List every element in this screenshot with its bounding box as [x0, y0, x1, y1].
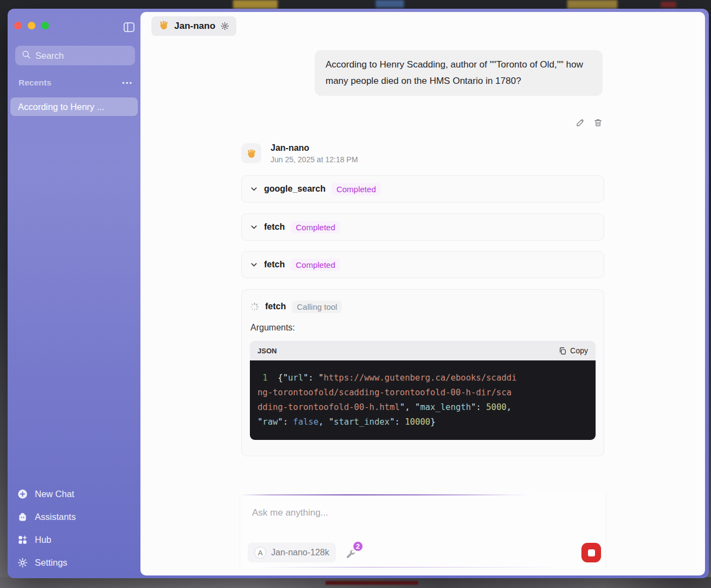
- tool-status-badge: Calling tool: [292, 301, 342, 313]
- recents-header: Recents •••: [19, 78, 133, 88]
- recents-menu-icon[interactable]: •••: [122, 79, 133, 87]
- sidebar-item-assistants[interactable]: Assistants: [8, 507, 140, 526]
- nav-label: Assistants: [35, 512, 76, 522]
- search-placeholder: Search: [35, 51, 64, 61]
- tool-call-card[interactable]: fetch Completed: [241, 213, 604, 241]
- copy-label: Copy: [570, 346, 588, 355]
- plus-circle-icon: [17, 489, 28, 499]
- sidebar: Search Recents ••• According to Henry ..…: [8, 9, 140, 578]
- composer-top-gradient: [240, 494, 605, 495]
- composer-bottom-gradient: [240, 567, 605, 568]
- tool-name: fetch: [264, 260, 285, 270]
- composer: Ask me anything... A Jan-nano-128k 2: [240, 494, 606, 568]
- assistant-message-header: Jan-nano Jun 25, 2025 at 12:18 PM: [241, 143, 358, 164]
- arguments-label: Arguments:: [250, 323, 595, 333]
- tool-status-badge: Completed: [332, 183, 381, 195]
- edit-pencil-icon[interactable]: [575, 118, 585, 127]
- code-language-label: JSON: [258, 347, 277, 355]
- wallpaper-blob: [376, 0, 404, 8]
- tool-call-card[interactable]: fetch Completed: [241, 251, 604, 278]
- wallpaper-blob: [567, 0, 617, 9]
- delete-trash-icon[interactable]: [593, 118, 603, 127]
- sidebar-item-new-chat[interactable]: New Chat: [8, 485, 140, 503]
- minimize-button[interactable]: [28, 22, 35, 29]
- tool-call-card-active: fetch Calling tool Arguments: JSON Copy …: [241, 289, 604, 456]
- tool-status-badge: Completed: [291, 221, 340, 234]
- wallpaper-blob: [326, 581, 418, 585]
- wave-emoji-icon: [158, 20, 169, 33]
- message-timestamp: Jun 25, 2025 at 12:18 PM: [271, 155, 358, 164]
- tools-count-badge: 2: [352, 541, 364, 552]
- message-actions: [575, 118, 603, 127]
- chat-input[interactable]: Ask me anything...: [252, 507, 328, 518]
- stop-square-icon: [588, 549, 595, 556]
- sidebar-item-hub[interactable]: Hub: [8, 530, 140, 549]
- wallpaper-blob: [233, 0, 278, 9]
- search-input[interactable]: Search: [15, 46, 135, 65]
- close-button[interactable]: [14, 22, 22, 29]
- tool-name: google_search: [264, 184, 326, 194]
- model-avatar: A: [254, 547, 266, 559]
- wallpaper-blob: [661, 2, 676, 8]
- nav-label: Hub: [35, 535, 51, 545]
- nav-label: New Chat: [35, 489, 74, 499]
- recent-chat-label: According to Henry ...: [18, 102, 105, 112]
- user-message-bubble: According to Henry Scadding, author of "…: [315, 50, 603, 96]
- chevron-down-icon[interactable]: [250, 185, 258, 193]
- tool-call-card[interactable]: google_search Completed: [241, 175, 604, 203]
- code-block-header: JSON Copy: [250, 341, 596, 360]
- composer-toolbar: A Jan-nano-128k 2: [248, 543, 601, 562]
- zoom-button[interactable]: [41, 22, 49, 29]
- chevron-down-icon[interactable]: [250, 261, 258, 269]
- recents-label: Recents: [19, 78, 51, 88]
- user-message-text: According to Henry Scadding, author of "…: [326, 59, 583, 86]
- assistant-robot-icon: [17, 512, 28, 522]
- tool-status-badge: Completed: [291, 259, 340, 271]
- app-window: Search Recents ••• According to Henry ..…: [8, 9, 709, 578]
- code-content[interactable]: 1 {"url": "https://www.gutenberg.ca/eboo…: [250, 360, 596, 440]
- copy-button[interactable]: Copy: [559, 346, 588, 355]
- gear-icon: [17, 558, 28, 568]
- assistant-avatar: [241, 143, 261, 163]
- stop-button[interactable]: [581, 543, 601, 562]
- model-name: Jan-nano-128k: [271, 548, 329, 558]
- spinner-icon: [250, 302, 259, 311]
- code-block: JSON Copy 1 {"url": "https://www.gutenbe…: [250, 341, 596, 440]
- search-icon: [22, 50, 31, 62]
- thread-header[interactable]: Jan-nano: [151, 16, 236, 36]
- sidebar-item-settings[interactable]: Settings: [8, 553, 140, 572]
- tool-name: fetch: [265, 302, 286, 311]
- thread-title: Jan-nano: [174, 21, 216, 32]
- model-selector[interactable]: A Jan-nano-128k: [248, 543, 336, 562]
- tool-name: fetch: [264, 222, 285, 232]
- chat-panel: Jan-nano According to Henry Scadding, au…: [140, 12, 705, 575]
- window-controls: [14, 22, 49, 29]
- sidebar-toggle-icon[interactable]: [123, 21, 135, 33]
- sidebar-item-recent-chat[interactable]: According to Henry ...: [10, 97, 138, 116]
- chevron-down-icon[interactable]: [250, 223, 258, 231]
- nav-label: Settings: [35, 558, 68, 568]
- assistant-name: Jan-nano: [271, 143, 358, 153]
- tools-button[interactable]: 2: [345, 546, 357, 559]
- thread-settings-gear-icon[interactable]: [220, 22, 229, 30]
- hub-blocks-icon: [17, 535, 28, 545]
